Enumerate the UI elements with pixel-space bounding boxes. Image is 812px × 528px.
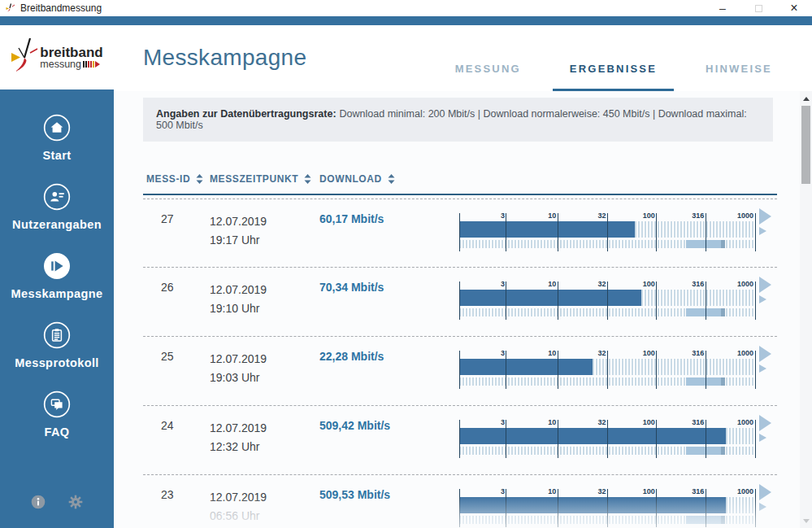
scale-tick-label: 1000 [737, 418, 755, 426]
scale-tick-label: 316 [692, 487, 706, 495]
row-download-value: 509,53 Mbit/s [319, 475, 459, 528]
column-header-label: DOWNLOAD [319, 173, 382, 185]
band-arrow-icon [759, 227, 766, 235]
chat-icon [43, 391, 71, 418]
bar-arrow-icon [759, 346, 771, 362]
table-row: 25 12.07.2019 19:03 Uhr 22,28 Mbit/s 310… [143, 337, 777, 406]
scale-tick-label: 316 [692, 280, 706, 288]
tab-messung[interactable]: MESSUNG [438, 63, 538, 91]
download-bar-fill [459, 290, 641, 306]
scale-tick-label: 316 [692, 418, 706, 426]
tab-hinweise[interactable]: HINWEISE [688, 63, 789, 91]
scale-tick-label: 10 [548, 487, 558, 495]
scale-tick [459, 351, 460, 389]
vertical-scrollbar[interactable] [800, 91, 812, 528]
logo-bars-icon [83, 61, 100, 68]
logo-mark-icon [11, 37, 38, 79]
scale-tick-label: 10 [548, 349, 558, 357]
column-header-mess-id[interactable]: MESS-ID [143, 173, 210, 185]
scale-tick-label: 1000 [737, 280, 755, 288]
scale-tick-label: 316 [692, 212, 706, 220]
scale-tick-label: 10 [548, 280, 558, 288]
scale-tick-label: 100 [643, 280, 657, 288]
row-time: 06:56 Uhr [210, 507, 319, 526]
row-download-value: 70,34 Mbit/s [319, 268, 459, 336]
scale-tick-label: 32 [598, 418, 608, 426]
sidebar-item-messkampagne[interactable]: Messkampagne [11, 252, 103, 300]
scale-tick-label: 100 [643, 212, 657, 220]
scale-tick-label: 10 [548, 418, 558, 426]
band-arrow-icon [759, 503, 766, 511]
scale-tick-label: 32 [598, 487, 608, 495]
column-header-download[interactable]: DOWNLOAD [319, 173, 459, 185]
row-timestamp: 12.07.2019 19:03 Uhr [210, 337, 319, 405]
app-window: Breitbandmessung – × breitband messung [0, 0, 812, 528]
scale-tick-label: 3 [501, 349, 506, 357]
close-button[interactable]: × [776, 0, 812, 16]
tariff-info-label: Angaben zur Datenübertragungsrate: [156, 108, 337, 120]
scale-tick [459, 281, 460, 320]
info-icon[interactable] [30, 494, 46, 510]
scale-tick-label: 3 [501, 418, 506, 426]
sidebar-item-nutzerangaben[interactable]: Nutzerangaben [12, 183, 102, 231]
home-icon [43, 114, 71, 142]
row-time: 19:17 Uhr [210, 231, 319, 250]
page-header: Messkampagne MESSUNG ERGEBNISSE HINWEISE [114, 25, 812, 91]
row-download-chart: 310321003161000 [459, 475, 777, 528]
row-timestamp: 12.07.2019 19:10 Uhr [210, 268, 319, 336]
download-bar-fill [459, 428, 726, 444]
maximize-button[interactable] [740, 0, 776, 16]
tariff-band-normal [721, 516, 726, 524]
table-row: 23 12.07.2019 06:56 Uhr 509,53 Mbit/s 31… [143, 475, 777, 528]
sidebar-item-faq[interactable]: FAQ [43, 391, 71, 439]
gear-icon[interactable] [67, 494, 84, 510]
scrollbar-thumb[interactable] [801, 106, 810, 184]
scale-tick-label: 3 [501, 212, 506, 220]
scrollbar-up-arrow-icon[interactable] [800, 93, 812, 104]
table-body: 27 12.07.2019 19:17 Uhr 60,17 Mbit/s 310… [143, 199, 777, 528]
sort-icon [388, 174, 395, 184]
column-header-label: MESSZEITPUNKT [210, 173, 298, 185]
logo-text-line2: messung [40, 59, 81, 70]
scale-tick-label: 10 [548, 212, 558, 220]
scrollbar-down-arrow-icon[interactable] [800, 515, 812, 526]
scale-tick [459, 420, 460, 458]
band-arrow-icon [759, 364, 766, 373]
bar-arrow-icon [759, 415, 771, 431]
window-title: Breitbandmessung [20, 2, 102, 14]
results-panel: Angaben zur Datenübertragungsrate:Downlo… [114, 91, 800, 528]
scale-tick-label: 1000 [737, 487, 755, 495]
sort-icon [304, 174, 311, 184]
row-timestamp: 12.07.2019 06:56 Uhr [210, 475, 319, 528]
download-bar-fill [459, 497, 726, 513]
table-row: 27 12.07.2019 19:17 Uhr 60,17 Mbit/s 310… [143, 199, 777, 268]
titlebar: Breitbandmessung – × [0, 0, 812, 16]
close-icon: × [790, 1, 797, 15]
row-download-value: 60,17 Mbit/s [319, 199, 459, 267]
row-date: 12.07.2019 [210, 281, 319, 299]
scale-tick-label: 1000 [737, 212, 755, 220]
row-download-value: 509,42 Mbit/s [319, 406, 459, 474]
sidebar-item-messprotokoll[interactable]: Messprotokoll [15, 321, 99, 369]
sidebar-item-start[interactable]: Start [42, 114, 71, 162]
table-header-row: MESS-ID MESSZEITPUNKT DOWNLOAD [143, 173, 777, 195]
accent-strip [0, 16, 812, 25]
page-title: Messkampagne [143, 45, 306, 71]
minimize-button[interactable]: – [705, 0, 740, 16]
sidebar-item-label: Messprotokoll [15, 356, 99, 369]
row-download-chart: 310321003161000 [459, 406, 777, 474]
row-date: 12.07.2019 [210, 419, 319, 438]
maximize-icon [755, 5, 762, 12]
row-download-value: 22,28 Mbit/s [319, 337, 459, 405]
column-header-messzeitpunkt[interactable]: MESSZEITPUNKT [210, 173, 319, 185]
row-mess-id: 25 [143, 337, 210, 405]
chart-track: 310321003161000 [459, 281, 755, 320]
row-download-chart: 310321003161000 [459, 337, 777, 405]
chart-track: 310321003161000 [459, 212, 755, 251]
tab-ergebnisse[interactable]: ERGEBNISSE [553, 63, 674, 91]
logo: breitband messung [0, 25, 114, 89]
row-date: 12.07.2019 [210, 488, 319, 507]
row-mess-id: 26 [143, 268, 210, 336]
download-bar-fill [459, 359, 593, 375]
scale-tick-label: 100 [643, 418, 657, 426]
